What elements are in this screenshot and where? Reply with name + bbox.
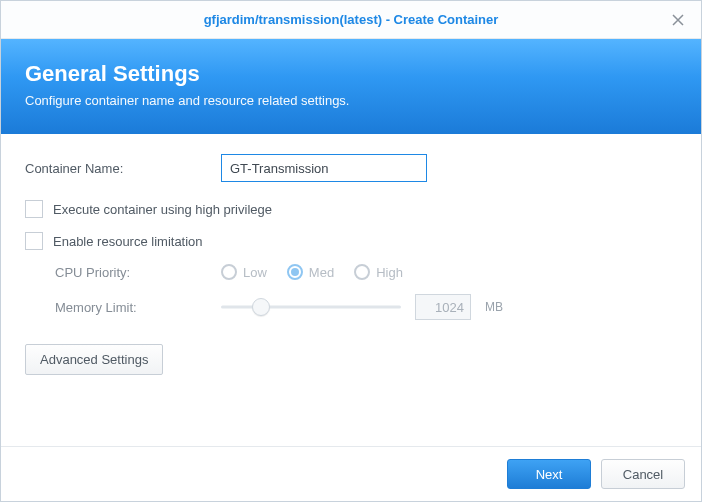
resource-limit-checkbox[interactable]: [25, 232, 43, 250]
cpu-priority-low[interactable]: Low: [221, 264, 267, 280]
cpu-priority-med[interactable]: Med: [287, 264, 334, 280]
slider-thumb-icon: [252, 298, 270, 316]
radio-icon: [354, 264, 370, 280]
high-privilege-label: Execute container using high privilege: [53, 202, 272, 217]
page-subtitle: Configure container name and resource re…: [25, 93, 677, 108]
cpu-priority-label: CPU Priority:: [55, 265, 221, 280]
radio-icon: [221, 264, 237, 280]
cancel-button[interactable]: Cancel: [601, 459, 685, 489]
page-title: General Settings: [25, 61, 677, 87]
memory-unit-label: MB: [485, 300, 503, 314]
memory-limit-input[interactable]: [415, 294, 471, 320]
memory-limit-label: Memory Limit:: [55, 300, 221, 315]
create-container-dialog: gfjardim/transmission(latest) - Create C…: [0, 0, 702, 502]
form-content: Container Name: Execute container using …: [1, 134, 701, 446]
next-button[interactable]: Next: [507, 459, 591, 489]
dialog-title: gfjardim/transmission(latest) - Create C…: [204, 12, 499, 27]
resource-limit-label: Enable resource limitation: [53, 234, 203, 249]
radio-icon: [287, 264, 303, 280]
cpu-priority-radios: Low Med High: [221, 264, 403, 280]
dialog-footer: Next Cancel: [1, 446, 701, 501]
header-banner: General Settings Configure container nam…: [1, 39, 701, 134]
slider-track: [221, 306, 401, 309]
resource-limit-group: CPU Priority: Low Med High: [25, 264, 677, 320]
advanced-settings-button[interactable]: Advanced Settings: [25, 344, 163, 375]
titlebar: gfjardim/transmission(latest) - Create C…: [1, 1, 701, 39]
container-name-label: Container Name:: [25, 161, 221, 176]
high-privilege-checkbox[interactable]: [25, 200, 43, 218]
close-icon[interactable]: [667, 9, 689, 31]
cpu-priority-high[interactable]: High: [354, 264, 403, 280]
container-name-input[interactable]: [221, 154, 427, 182]
memory-limit-slider[interactable]: [221, 297, 401, 317]
